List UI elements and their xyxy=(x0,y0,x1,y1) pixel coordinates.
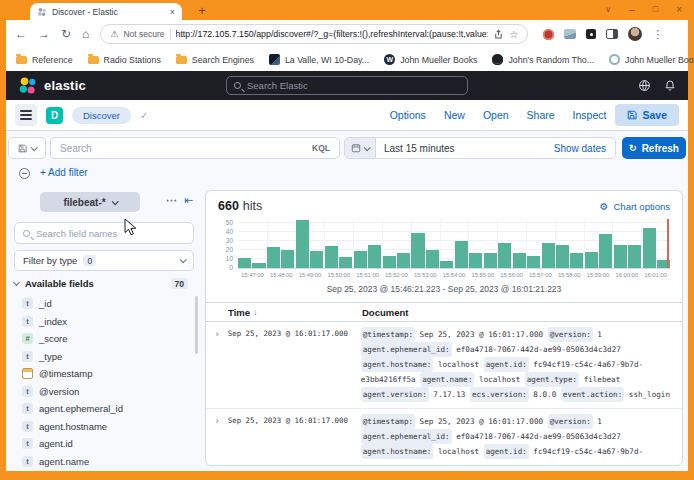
bookmark-star-icon[interactable]: ☆ xyxy=(509,29,518,40)
bookmark-item[interactable]: La Valle, WI 10-Day... xyxy=(269,54,369,65)
minimize-icon[interactable]: – xyxy=(629,4,635,15)
time-range-label[interactable]: Last 15 minutes xyxy=(376,143,554,154)
histogram-bar[interactable] xyxy=(527,256,540,268)
url-text[interactable]: http://172.105.7.150/app/discover#/?_g=(… xyxy=(176,29,489,39)
profile-avatar[interactable] xyxy=(628,27,642,41)
histogram-bar[interactable] xyxy=(368,245,381,268)
index-options-icon[interactable]: ⋯ xyxy=(166,194,177,207)
save-button[interactable]: Save xyxy=(615,104,679,126)
home-icon[interactable]: ⌂ xyxy=(82,28,89,40)
expand-row-button[interactable]: › xyxy=(206,327,228,341)
histogram-bar[interactable] xyxy=(426,250,439,268)
field-item[interactable]: @timestamp xyxy=(8,365,200,383)
menu-kebab-icon[interactable]: ⋮ xyxy=(652,28,663,41)
maximize-icon[interactable]: □ xyxy=(653,4,658,14)
histogram-bar[interactable] xyxy=(397,253,410,268)
global-search-input[interactable]: Search Elastic xyxy=(226,76,468,95)
histogram-bar[interactable] xyxy=(513,253,526,268)
histogram-bar[interactable] xyxy=(296,220,309,268)
query-search-input[interactable]: Search KQL xyxy=(50,137,340,159)
bookmark-item[interactable]: Reference xyxy=(16,55,73,65)
histogram-bar[interactable] xyxy=(643,228,656,268)
globe-icon[interactable] xyxy=(638,79,651,92)
alerts-bell-icon[interactable] xyxy=(664,79,676,92)
field-item[interactable]: t@version xyxy=(8,383,200,401)
kql-label[interactable]: KQL xyxy=(312,143,330,153)
saved-query-menu-button[interactable] xyxy=(8,137,46,159)
nav-link-open[interactable]: Open xyxy=(483,109,509,121)
sidebar-scrollbar[interactable] xyxy=(195,296,198,354)
security-extension-icon[interactable] xyxy=(543,29,554,40)
histogram-bar[interactable] xyxy=(267,247,280,268)
side-panel-icon[interactable] xyxy=(606,29,618,39)
chart-options-button[interactable]: ⚙ Chart options xyxy=(600,201,670,212)
histogram-bar[interactable] xyxy=(383,256,396,268)
security-label[interactable]: Not secure xyxy=(123,29,164,39)
new-tab-button[interactable]: + xyxy=(194,2,210,18)
share-icon[interactable] xyxy=(493,29,504,40)
window-chevron-icon[interactable]: ∨ xyxy=(605,5,611,14)
bookmark-item[interactable]: WJohn Mueller Books xyxy=(384,54,477,65)
refresh-button[interactable]: ↻ Refresh xyxy=(622,137,686,159)
breadcrumb[interactable]: Discover xyxy=(72,107,131,124)
field-item[interactable]: t_id xyxy=(8,295,200,313)
close-icon[interactable]: × xyxy=(676,4,682,15)
field-item[interactable]: t_type xyxy=(8,348,200,366)
histogram-bar[interactable] xyxy=(614,245,627,268)
nav-link-options[interactable]: Options xyxy=(390,109,426,121)
histogram-bar[interactable] xyxy=(570,253,583,268)
field-item[interactable]: #_score xyxy=(8,330,200,348)
histogram-bar[interactable] xyxy=(484,253,497,268)
index-pattern-selector[interactable]: filebeat-* xyxy=(40,192,140,212)
histogram-bar[interactable] xyxy=(556,245,569,268)
histogram-bar[interactable] xyxy=(411,233,424,268)
field-item[interactable]: tagent.ephemeral_id xyxy=(8,400,200,418)
histogram-bar[interactable] xyxy=(281,250,294,268)
histogram-bar[interactable] xyxy=(628,245,641,268)
address-bar[interactable]: ⚠ Not secure http://172.105.7.150/app/di… xyxy=(100,24,528,44)
bookmark-item[interactable]: Radio Stations xyxy=(88,55,161,65)
field-item[interactable]: tagent.id xyxy=(8,435,200,453)
field-item[interactable]: tagent.name xyxy=(8,453,200,471)
histogram-bar[interactable] xyxy=(469,253,482,268)
histogram-bar[interactable] xyxy=(354,251,367,268)
collapse-sidebar-icon[interactable]: ⇤ xyxy=(184,194,193,207)
calendar-menu-button[interactable] xyxy=(345,138,376,158)
browser-tab[interactable]: Discover - Elastic × xyxy=(30,3,182,20)
time-column-header[interactable]: Time ↓ xyxy=(228,307,354,318)
forward-icon[interactable]: → xyxy=(38,28,50,40)
histogram-bar[interactable] xyxy=(339,257,352,268)
bookmark-item[interactable]: John's Random Tho... xyxy=(492,54,594,65)
histogram-bar[interactable] xyxy=(585,252,598,268)
nav-link-inspect[interactable]: Inspect xyxy=(573,109,607,121)
pinned-extension-icon[interactable] xyxy=(586,29,596,39)
field-item[interactable]: t_index xyxy=(8,313,200,331)
space-avatar[interactable]: D xyxy=(46,107,63,124)
available-fields-header[interactable]: Available fields 70 xyxy=(14,278,194,289)
nav-link-share[interactable]: Share xyxy=(527,109,555,121)
histogram-bar[interactable] xyxy=(542,243,555,268)
bookmark-item[interactable]: John Mueller Books... xyxy=(609,54,694,65)
filter-menu-icon[interactable] xyxy=(19,168,30,179)
add-filter-link[interactable]: + Add filter xyxy=(40,167,88,178)
field-search-input[interactable]: Search field names xyxy=(14,222,194,244)
expand-row-button[interactable]: › xyxy=(206,414,228,428)
show-dates-link[interactable]: Show dates xyxy=(554,143,615,154)
histogram-bar[interactable] xyxy=(252,263,265,268)
reload-icon[interactable]: ↻ xyxy=(61,28,71,40)
back-icon[interactable]: ← xyxy=(15,28,27,40)
field-item[interactable]: tagent.hostname xyxy=(8,418,200,436)
histogram-bar[interactable] xyxy=(325,246,338,268)
filter-by-type-select[interactable]: Filter by type 0 xyxy=(14,250,194,271)
histogram-bar[interactable] xyxy=(238,258,251,268)
tab-close-icon[interactable]: × xyxy=(170,7,175,17)
sort-desc-icon[interactable]: ↓ xyxy=(253,307,258,317)
histogram-bar[interactable] xyxy=(440,261,453,268)
nav-link-new[interactable]: New xyxy=(444,109,465,121)
screenshot-extension-icon[interactable] xyxy=(564,29,576,39)
histogram-bar[interactable] xyxy=(599,234,612,268)
histogram-bar[interactable] xyxy=(455,241,468,268)
hamburger-menu-icon[interactable] xyxy=(15,104,37,126)
histogram-bar[interactable] xyxy=(498,243,511,268)
histogram-bar[interactable] xyxy=(310,251,323,268)
